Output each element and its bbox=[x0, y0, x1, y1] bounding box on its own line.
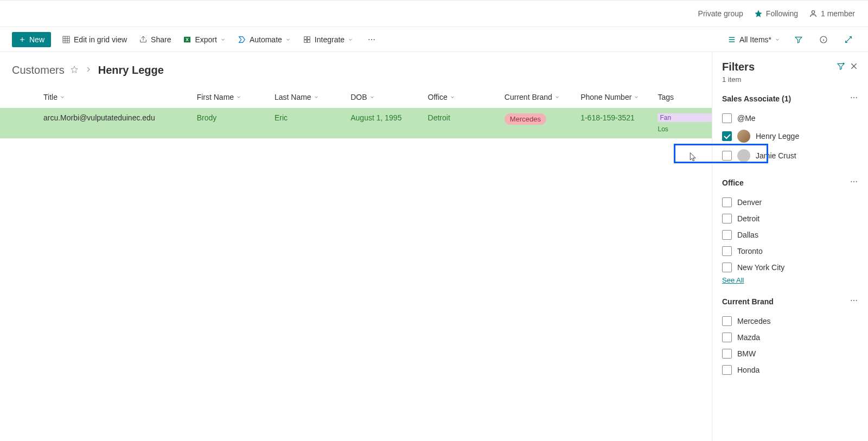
column-header-phone[interactable]: Phone Number bbox=[580, 93, 658, 101]
follow-toggle[interactable]: Following bbox=[754, 9, 798, 18]
ellipsis-icon bbox=[850, 296, 858, 305]
following-text: Following bbox=[766, 9, 798, 18]
export-button[interactable]: Export bbox=[182, 33, 226, 46]
option-label: New York City bbox=[737, 263, 784, 272]
filter-option-me[interactable]: @Me bbox=[722, 110, 858, 126]
column-header-title[interactable]: Title bbox=[43, 93, 197, 101]
filter-option-dallas[interactable]: Dallas bbox=[722, 227, 858, 243]
svg-point-9 bbox=[374, 39, 375, 40]
cell-dob: August 1, 1995 bbox=[350, 113, 401, 122]
table-row[interactable]: arcu.Morbi@vulputateduinec.edu Brody Eri… bbox=[0, 108, 712, 138]
checkbox[interactable] bbox=[722, 316, 732, 326]
plus-icon bbox=[18, 36, 26, 43]
tag-badge: Los bbox=[658, 125, 712, 133]
members-button[interactable]: 1 member bbox=[809, 9, 855, 18]
svg-point-16 bbox=[856, 181, 857, 182]
info-pane-toggle[interactable] bbox=[816, 33, 831, 46]
svg-point-17 bbox=[851, 300, 852, 301]
group-more-button[interactable] bbox=[850, 177, 858, 188]
svg-point-8 bbox=[371, 39, 372, 40]
filter-option-toronto[interactable]: Toronto bbox=[722, 243, 858, 259]
cell-title: arcu.Morbi@vulputateduinec.edu bbox=[43, 113, 155, 122]
cell-first-name: Brody bbox=[197, 113, 217, 122]
checkbox[interactable] bbox=[722, 349, 732, 359]
column-header-brand[interactable]: Current Brand bbox=[505, 93, 580, 101]
automate-button[interactable]: Automate bbox=[237, 33, 292, 46]
checkbox[interactable] bbox=[722, 131, 732, 141]
checkbox[interactable] bbox=[722, 197, 732, 207]
group-more-button[interactable] bbox=[850, 93, 858, 104]
filter-group-office: Office Denver Detroit Dallas Toronto bbox=[722, 177, 858, 284]
share-button[interactable]: Share bbox=[138, 33, 172, 46]
filter-option-bmw[interactable]: BMW bbox=[722, 346, 858, 362]
checkbox[interactable] bbox=[722, 113, 732, 123]
filter-option-honda[interactable]: Honda bbox=[722, 362, 858, 378]
privacy-label: Private group bbox=[698, 9, 743, 18]
integrate-button[interactable]: Integrate bbox=[302, 33, 354, 46]
option-label: Henry Legge bbox=[756, 132, 799, 140]
filter-pane-toggle[interactable] bbox=[791, 33, 806, 46]
checkbox[interactable] bbox=[722, 151, 732, 161]
star-outline-icon bbox=[70, 65, 79, 74]
avatar bbox=[737, 130, 750, 143]
filter-option-mazda[interactable]: Mazda bbox=[722, 329, 858, 346]
edit-grid-button[interactable]: Edit in grid view bbox=[61, 33, 128, 46]
column-header-office[interactable]: Office bbox=[428, 93, 505, 101]
clear-filters-button[interactable] bbox=[837, 62, 845, 72]
list-name-link[interactable]: Customers bbox=[12, 64, 65, 76]
chevron-down-icon bbox=[220, 37, 226, 42]
expand-icon bbox=[844, 35, 853, 44]
checkbox[interactable] bbox=[722, 333, 732, 342]
checkbox[interactable] bbox=[722, 365, 732, 375]
list-icon bbox=[727, 35, 736, 44]
excel-icon bbox=[183, 35, 192, 44]
svg-point-18 bbox=[853, 300, 854, 301]
filter-group-brand: Current Brand Mercedes Mazda BMW Honda bbox=[722, 296, 858, 378]
chevron-down-icon bbox=[634, 94, 639, 100]
filter-option-jamie[interactable]: Jamie Crust bbox=[722, 146, 858, 165]
expand-button[interactable] bbox=[841, 33, 856, 46]
breadcrumb-separator bbox=[84, 65, 93, 75]
svg-rect-4 bbox=[307, 36, 310, 39]
option-label: Mazda bbox=[737, 333, 760, 342]
new-label: New bbox=[29, 35, 44, 44]
main-area: Customers Henry Legge Title First Name L… bbox=[0, 52, 868, 441]
new-button[interactable]: New bbox=[12, 32, 51, 47]
filter-option-nyc[interactable]: New York City bbox=[722, 259, 858, 276]
more-actions-button[interactable] bbox=[364, 33, 379, 46]
column-header-last-name[interactable]: Last Name bbox=[275, 93, 350, 101]
checkbox[interactable] bbox=[722, 214, 732, 223]
svg-point-19 bbox=[856, 300, 857, 301]
view-selector[interactable]: All Items* bbox=[726, 33, 781, 46]
checkbox[interactable] bbox=[722, 230, 732, 240]
column-header-first-name[interactable]: First Name bbox=[197, 93, 275, 101]
filters-title: Filters bbox=[722, 61, 832, 73]
option-label: Dallas bbox=[737, 231, 758, 239]
filters-panel: Filters 1 item Sales Associate (1) @Me bbox=[712, 52, 868, 441]
svg-rect-3 bbox=[304, 36, 307, 39]
ellipsis-icon bbox=[850, 93, 858, 102]
filter-option-mercedes[interactable]: Mercedes bbox=[722, 313, 858, 329]
group-more-button[interactable] bbox=[850, 296, 858, 306]
private-group-text: Private group bbox=[698, 9, 743, 18]
svg-point-0 bbox=[812, 11, 814, 14]
info-icon bbox=[819, 35, 828, 44]
column-header-tags[interactable]: Tags bbox=[658, 93, 712, 101]
brand-badge: Mercedes bbox=[505, 113, 546, 125]
filter-option-detroit[interactable]: Detroit bbox=[722, 210, 858, 227]
filter-option-denver[interactable]: Denver bbox=[722, 194, 858, 210]
filter-option-henry[interactable]: Henry Legge bbox=[722, 126, 858, 146]
checkbox[interactable] bbox=[722, 246, 732, 256]
see-all-link[interactable]: See All bbox=[722, 276, 744, 284]
filter-group-sales-associate: Sales Associate (1) @Me Henry Legge Jami… bbox=[722, 93, 858, 165]
option-label: BMW bbox=[737, 349, 756, 358]
checkbox[interactable] bbox=[722, 263, 732, 272]
funnel-icon bbox=[794, 35, 803, 44]
svg-point-13 bbox=[856, 97, 857, 98]
close-filters-button[interactable] bbox=[850, 62, 858, 72]
column-header-dob[interactable]: DOB bbox=[350, 93, 427, 101]
favorite-star[interactable] bbox=[70, 65, 79, 75]
chevron-down-icon bbox=[60, 94, 65, 100]
option-label: Jamie Crust bbox=[756, 151, 796, 160]
svg-point-11 bbox=[851, 97, 852, 98]
